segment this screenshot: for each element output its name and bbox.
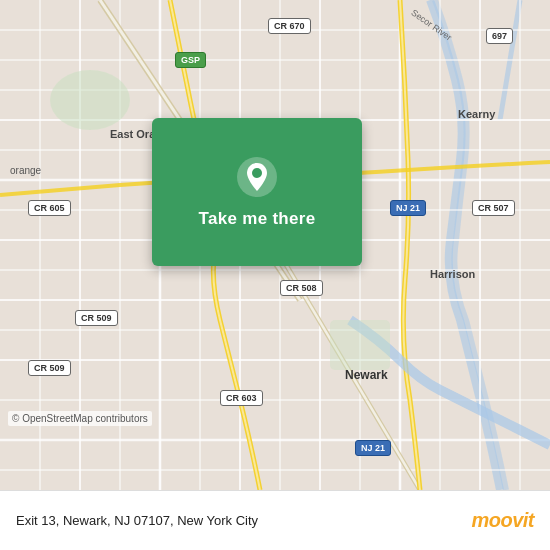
road-badge-gsp-top: GSP [175, 52, 206, 68]
moovit-logo: moovit [471, 509, 534, 532]
osm-credit: © OpenStreetMap contributors [8, 411, 152, 426]
road-badge-cr507: CR 507 [472, 200, 515, 216]
road-badge-nj21-bot: NJ 21 [355, 440, 391, 456]
bottom-bar: Exit 13, Newark, NJ 07107, New York City… [0, 490, 550, 550]
svg-rect-34 [330, 320, 390, 370]
svg-point-33 [50, 70, 130, 130]
map-pin-icon [235, 155, 279, 199]
road-badge-697: 697 [486, 28, 513, 44]
location-card: Take me there [152, 118, 362, 266]
road-badge-cr603: CR 603 [220, 390, 263, 406]
map-container: GSP GSP CR 670 CR 605 CR 508 CR 509 CR 5… [0, 0, 550, 490]
road-badge-nj21-top: NJ 21 [390, 200, 426, 216]
road-badge-cr670: CR 670 [268, 18, 311, 34]
road-badge-cr509-top: CR 509 [75, 310, 118, 326]
address-text: Exit 13, Newark, NJ 07107, New York City [16, 513, 258, 528]
take-me-there-button[interactable]: Take me there [199, 209, 316, 229]
road-badge-cr605: CR 605 [28, 200, 71, 216]
road-badge-cr509-bot: CR 509 [28, 360, 71, 376]
svg-point-36 [252, 168, 262, 178]
road-badge-cr508: CR 508 [280, 280, 323, 296]
moovit-logo-text: moovit [471, 509, 534, 532]
